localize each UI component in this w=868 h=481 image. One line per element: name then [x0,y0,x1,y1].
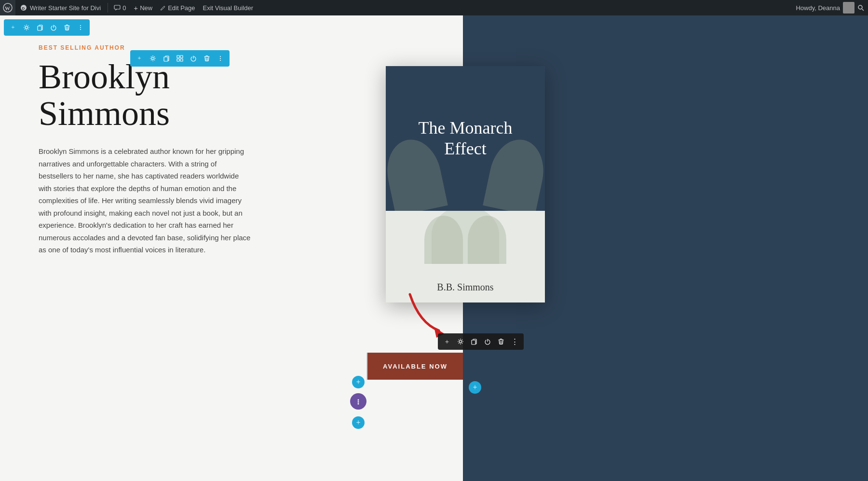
page-wrapper: + + [0,15,868,481]
section-duplicate-button[interactable] [34,21,46,34]
row-trash-button[interactable] [201,52,213,65]
svg-rect-8 [38,26,41,30]
new-button[interactable]: + New [130,0,156,15]
section-more-button[interactable] [74,21,87,34]
svg-point-10 [80,27,81,28]
comments-icon [114,4,121,11]
svg-point-7 [26,27,28,29]
add-module-button[interactable]: + [469,381,481,394]
row-power-button[interactable] [187,52,200,65]
float-add-bottom-button[interactable]: + [352,416,365,429]
svg-line-6 [862,9,864,11]
edit-page-button[interactable]: Edit Page [156,0,199,15]
svg-point-22 [358,401,359,403]
exit-visual-builder-button[interactable]: Exit Visual Builder [199,0,258,15]
svg-point-19 [220,58,221,59]
book-bottom-leaf-right [468,216,506,264]
svg-point-20 [220,60,221,61]
float-purple-button[interactable] [350,393,366,410]
svg-rect-14 [177,55,179,58]
book-cover: The Monarch Effect B.B. Simmons [386,66,545,302]
row-more-button[interactable] [214,52,227,65]
svg-rect-15 [180,55,183,58]
row-settings-button[interactable] [147,52,159,65]
author-name: BrooklynSimmons [39,59,357,132]
admin-bar-separator [108,3,108,13]
svg-point-25 [460,341,462,343]
section-power-button[interactable] [47,21,60,34]
svg-point-12 [152,57,154,60]
howdy-text: Howdy, Deanna [796,4,840,12]
exit-label: Exit Visual Builder [203,4,254,12]
row-add-button[interactable]: + [133,52,146,65]
svg-rect-26 [472,340,475,344]
section-trash-button[interactable] [61,21,73,34]
book-cover-top: The Monarch Effect [386,66,545,211]
svg-point-5 [858,5,862,9]
svg-point-21 [358,399,359,401]
row-duplicate-button[interactable] [160,52,173,65]
module-toolbar[interactable]: + ⋮ [438,333,524,350]
site-name-text: Writer Starter Site for Divi [30,4,101,12]
edit-page-label: Edit Page [168,4,195,12]
svg-point-9 [80,25,81,26]
site-name[interactable]: D Writer Starter Site for Divi [15,0,106,15]
svg-rect-13 [164,57,168,61]
svg-point-23 [358,403,359,405]
section-add-button[interactable]: + [7,21,19,34]
svg-rect-4 [114,5,120,9]
module-power-button[interactable] [481,335,494,348]
module-duplicate-button[interactable] [468,335,480,348]
comments-count: 0 [122,4,126,12]
divi-icon: D [20,4,27,11]
book-bottom-leaf-left [424,216,463,264]
book-title: The Monarch Effect [386,118,545,159]
float-add-top-button[interactable]: + [352,376,365,388]
new-icon: + [134,4,138,12]
module-settings-button[interactable] [454,335,467,348]
wp-logo[interactable]: W [0,0,15,15]
search-icon[interactable] [857,4,864,11]
cta-button[interactable]: AVAILABLE NOW [367,353,463,380]
module-trash-button[interactable] [495,335,507,348]
author-bio: Brooklyn Simmons is a celebrated author … [39,145,251,256]
row-toolbar[interactable]: + [130,50,230,67]
section-toolbar[interactable]: + [4,19,90,36]
svg-point-18 [220,56,221,57]
comments-link[interactable]: 0 [110,0,130,15]
admin-bar-right: Howdy, Deanna [796,2,868,14]
svg-rect-17 [180,59,183,61]
svg-rect-16 [177,59,179,61]
svg-text:D: D [22,6,25,11]
admin-bar: W D Writer Starter Site for Divi 0 + New… [0,0,868,15]
svg-point-11 [80,29,81,30]
module-add-button[interactable]: + [441,335,453,348]
new-label: New [140,4,152,12]
module-more-button[interactable]: ⋮ [508,335,521,348]
section-settings-button[interactable] [20,21,33,34]
edit-icon [160,5,166,11]
row-grid-button[interactable] [174,52,186,65]
svg-text:W: W [5,5,10,11]
avatar[interactable] [843,2,854,14]
cta-row: AVAILABLE NOW [366,353,463,380]
